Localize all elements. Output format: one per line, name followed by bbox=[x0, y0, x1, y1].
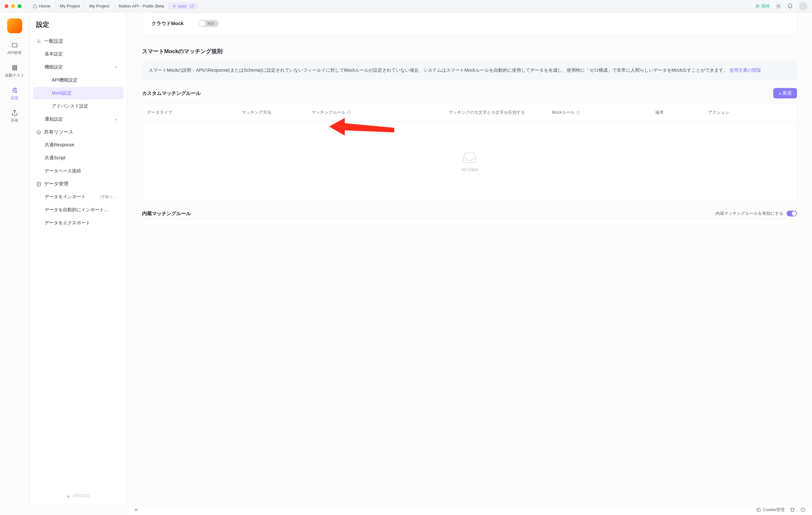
rail-api[interactable]: API管理 bbox=[0, 42, 29, 56]
svg-rect-5 bbox=[12, 69, 17, 70]
tab-home[interactable]: Home bbox=[28, 2, 55, 10]
rail-test[interactable]: 自動テスト bbox=[0, 64, 29, 78]
svg-point-13 bbox=[576, 111, 580, 114]
sidebar-item-notify[interactable]: 通知設定▸ bbox=[33, 113, 123, 125]
smart-mock-title: スマートMockのマッチング規則 bbox=[142, 48, 797, 55]
description-text: スマートMockの説明：APIのResponse(またはSchema)に設定され… bbox=[149, 67, 728, 73]
tab-project-2[interactable]: My Project bbox=[85, 2, 114, 10]
doc-link[interactable]: 使用文書の閲覧 bbox=[729, 67, 761, 73]
rail-label: API管理 bbox=[7, 50, 22, 56]
zoom-window-icon[interactable] bbox=[18, 4, 22, 8]
svg-point-0 bbox=[757, 5, 758, 6]
rail-share[interactable]: 共有 bbox=[0, 109, 29, 123]
new-rule-button[interactable]: 新規 bbox=[773, 88, 797, 98]
chevrons-left-icon bbox=[134, 507, 139, 512]
window-traffic-lights[interactable] bbox=[5, 4, 22, 8]
help-button[interactable] bbox=[800, 507, 806, 512]
sidebar-item-advanced[interactable]: アドバンスド設定 bbox=[33, 100, 123, 112]
sidebar-item-label: Mock設定 bbox=[52, 90, 72, 96]
section-general: 一般設定 bbox=[30, 35, 127, 48]
sidebar-item-label: 共通Script bbox=[45, 155, 65, 161]
sidebar-item-import[interactable]: データをインポート (手動イ… bbox=[33, 191, 123, 203]
cookie-icon bbox=[756, 507, 761, 512]
svg-rect-4 bbox=[12, 67, 17, 68]
svg-point-7 bbox=[13, 90, 14, 91]
status-bar: Cookie管理 bbox=[127, 504, 812, 515]
help-icon[interactable] bbox=[576, 111, 580, 115]
custom-rule-table: データタイプ マッチング方法 マッチングルール マッチングの大文字と小文字を区別… bbox=[142, 103, 797, 201]
rail-label: 自動テスト bbox=[5, 73, 24, 78]
cloud-mock-label: クラウドMock bbox=[151, 21, 183, 27]
gear-icon bbox=[36, 39, 41, 44]
bell-icon[interactable] bbox=[787, 3, 793, 9]
tab-label: Notion API - Public Beta bbox=[119, 4, 164, 8]
cookie-manager-link[interactable]: Cookie管理 bbox=[756, 507, 785, 513]
help-icon[interactable] bbox=[347, 111, 351, 115]
app-logo[interactable] bbox=[7, 18, 22, 33]
sliders-icon bbox=[11, 87, 18, 94]
invite-button[interactable]: 招待 bbox=[755, 3, 770, 9]
tab-close-icon[interactable]: ✕ bbox=[173, 4, 176, 8]
sidebar-item-api-func[interactable]: API機能設定 bbox=[33, 74, 123, 86]
api-icon bbox=[11, 42, 18, 49]
home-icon bbox=[33, 4, 37, 8]
rail-label: 共有 bbox=[11, 118, 19, 123]
rail-label: 設定 bbox=[11, 95, 19, 101]
button-label: 新規 bbox=[783, 90, 792, 96]
collapse-sidebar-button[interactable] bbox=[134, 507, 139, 512]
col-case: マッチングの大文字と小文字を区別する bbox=[449, 109, 549, 116]
shirt-icon bbox=[790, 507, 795, 512]
sidebar-item-label: 機能設定 bbox=[45, 64, 63, 70]
sidebar-item-export[interactable]: データをエクスポート bbox=[33, 217, 123, 229]
paw-icon bbox=[66, 493, 71, 498]
minimize-window-icon[interactable] bbox=[11, 4, 15, 8]
builtin-switch[interactable] bbox=[787, 210, 797, 217]
tab-project-1[interactable]: My Project bbox=[55, 2, 85, 10]
col-mock-rule: Mockルール bbox=[552, 109, 652, 116]
sidebar-item-db[interactable]: データベース接続 bbox=[33, 165, 123, 177]
svg-point-12 bbox=[347, 111, 351, 114]
toggle-state-label: 無効 bbox=[207, 21, 215, 26]
sidebar-item-common-response[interactable]: 共通Response bbox=[33, 139, 123, 151]
section-label: 共有リソース bbox=[44, 129, 73, 135]
sidebar-item-label: データをエクスポート bbox=[45, 220, 90, 226]
cloud-mock-toggle[interactable]: 無効 bbox=[198, 20, 219, 27]
tab-label: My Project bbox=[89, 4, 109, 8]
inbox-icon bbox=[461, 151, 478, 164]
tab-ssss[interactable]: ✕ ssss bbox=[169, 3, 198, 9]
brand-footer: APIDOG bbox=[30, 487, 127, 504]
sidebar-item-auto-import[interactable]: データを自動的にインポート… bbox=[33, 204, 123, 216]
svg-rect-3 bbox=[12, 65, 17, 67]
rail-settings[interactable]: 設定 bbox=[0, 87, 29, 101]
tab-notion[interactable]: Notion API - Public Beta bbox=[114, 2, 169, 10]
section-label: データ管理 bbox=[44, 181, 68, 187]
toggle-knob bbox=[199, 21, 205, 26]
cloud-mock-card: クラウドMock 無効 bbox=[142, 12, 797, 35]
avatar[interactable] bbox=[799, 2, 807, 10]
empty-text: No Data bbox=[461, 167, 478, 172]
sidebar-item-label: データをインポート bbox=[45, 194, 86, 200]
sidebar-item-basic[interactable]: 基本設定 bbox=[33, 48, 123, 60]
builtin-rule-table bbox=[142, 219, 797, 225]
sidebar-item-sublabel: (手動イ… bbox=[100, 194, 117, 200]
sidebar-item-func[interactable]: 機能設定▾ bbox=[33, 61, 123, 73]
svg-point-18 bbox=[801, 508, 805, 512]
sidebar-item-label: 通知設定 bbox=[45, 116, 63, 122]
settings-sidebar: 設定 一般設定 基本設定 機能設定▾ API機能設定 Mock設定 アドバンスド… bbox=[29, 12, 127, 504]
sidebar-item-mock[interactable]: Mock設定 bbox=[33, 87, 123, 99]
sidebar-item-common-script[interactable]: 共通Script bbox=[33, 152, 123, 164]
invite-label: 招待 bbox=[761, 3, 770, 9]
brand-label: APIDOG bbox=[72, 493, 90, 498]
theme-button[interactable] bbox=[790, 507, 795, 512]
link-label: Cookie管理 bbox=[763, 507, 785, 513]
svg-point-9 bbox=[38, 41, 39, 42]
col-remark: 備考 bbox=[655, 109, 706, 116]
tab-label: ssss bbox=[178, 4, 186, 8]
svg-point-8 bbox=[15, 92, 17, 93]
settings-gear-icon[interactable] bbox=[776, 3, 781, 9]
tabstrip: Home My Project My Project Notion API - … bbox=[28, 2, 198, 10]
svg-point-1 bbox=[778, 5, 779, 7]
close-window-icon[interactable] bbox=[5, 4, 8, 8]
user-plus-icon bbox=[755, 4, 760, 8]
col-match-rule: マッチングルール bbox=[312, 109, 446, 116]
